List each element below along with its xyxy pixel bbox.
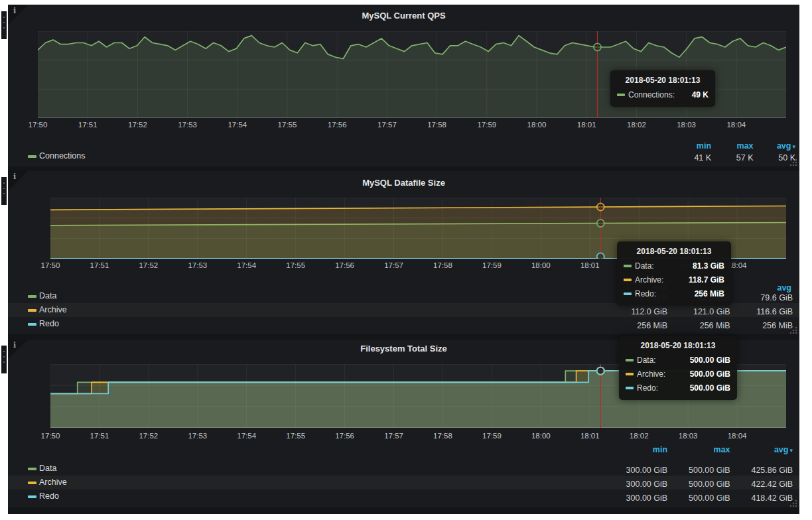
x-tick-label: 17:57 (377, 121, 397, 129)
tooltip-row: Redo: 500.00 GiB (626, 381, 730, 395)
legend-swatch (28, 495, 36, 498)
tooltip-series-value: 49 K (692, 90, 709, 99)
legend-label-redo[interactable]: Redo (39, 319, 59, 328)
stat-max-value: 57 K (714, 153, 754, 162)
legend-label-redo[interactable]: Redo (39, 491, 59, 501)
legend-label-connections[interactable]: Connections (39, 151, 86, 161)
stat-min-value: 300.00 GiB (608, 480, 667, 489)
tooltip-timestamp: 2018-05-20 18:01:13 (624, 247, 724, 256)
legend-label-archive[interactable]: Archive (39, 305, 67, 314)
x-tick-label: 17:50 (29, 121, 48, 129)
x-tick-label: 17:51 (90, 261, 109, 269)
legend-row: Connections 41 K 57 K 50 K (8, 150, 799, 163)
x-tick-label: 17:57 (384, 261, 403, 269)
resize-handle[interactable] (789, 157, 797, 165)
x-tick-label: 17:50 (41, 432, 60, 440)
x-tick-label: 17:55 (286, 261, 305, 269)
x-tick-label: 17:51 (90, 432, 109, 440)
panel-title[interactable]: MySQL Datafile Size (8, 178, 799, 188)
tooltip-row: Archive: 118.7 GiB (624, 273, 724, 287)
x-tick-label: 18:00 (531, 432, 551, 440)
x-tick-label: 18:02 (630, 432, 649, 440)
stat-max-value: 500.00 GiB (671, 480, 730, 489)
legend-swatch (624, 292, 632, 295)
drag-dots-icon (3, 17, 5, 18)
x-tick-label: 17:53 (188, 432, 207, 440)
tooltip-series-value: 500.00 GiB (690, 369, 730, 379)
x-tick-label: 17:55 (286, 432, 305, 440)
x-tick-label: 17:58 (433, 261, 452, 269)
legend-swatch (624, 279, 632, 281)
row-drag-handle[interactable] (1, 11, 7, 39)
x-tick-label: 17:56 (328, 121, 347, 129)
row-drag-handle[interactable] (1, 346, 7, 373)
stat-avg-value: 418.42 GiB (733, 493, 793, 503)
legend-swatch (28, 482, 36, 484)
x-tick-label: 18:00 (527, 121, 547, 129)
x-tick-label: 18:03 (677, 121, 696, 129)
tooltip-row: Archive: 500.00 GiB (626, 367, 730, 381)
tooltip-series-label: Data: (635, 261, 654, 271)
stat-avg-value: 256 MiB (733, 321, 793, 330)
legend-swatch (626, 373, 634, 375)
legend-label-data[interactable]: Data (39, 291, 56, 300)
x-tick-label: 17:58 (427, 121, 446, 129)
legend-row: Redo 300.00 GiB 500.00 GiB 418.42 GiB (8, 489, 799, 503)
stat-header-max[interactable]: max (671, 445, 730, 454)
stat-min-value: 300.00 GiB (608, 466, 667, 475)
x-tick-label: 17:54 (237, 261, 256, 269)
tooltip-series-value: 118.7 GiB (689, 275, 724, 285)
stat-max-value: 500.00 GiB (671, 466, 730, 475)
x-axis-labels: 17:5017:5117:5217:5317:5417:5517:5617:57… (38, 121, 786, 130)
x-tick-label: 17:56 (335, 432, 354, 440)
stat-max-value: 500.00 GiB (671, 493, 730, 503)
tooltip-series-label: Redo: (635, 289, 656, 298)
legend-label-data[interactable]: Data (39, 464, 56, 473)
resize-handle[interactable] (789, 325, 797, 333)
tooltip-row: Data: 500.00 GiB (626, 353, 730, 367)
chevron-down-icon: ▾ (792, 143, 795, 150)
stat-header-min[interactable]: min (672, 141, 711, 151)
tooltip-series-value: 500.00 GiB (690, 383, 730, 393)
chevron-down-icon: ▾ (789, 447, 793, 454)
tooltip-timestamp: 2018-05-20 18:01:13 (626, 341, 730, 350)
x-tick-label: 17:50 (41, 261, 60, 269)
x-tick-label: 18:01 (580, 432, 600, 440)
x-tick-label: 18:00 (531, 261, 551, 269)
stat-max-value: 256 MiB (671, 321, 730, 330)
stat-avg-value: 425.86 GiB (733, 466, 793, 475)
x-tick-label: 17:55 (278, 121, 297, 129)
legend-label-archive[interactable]: Archive (39, 478, 67, 487)
tooltip-row: Connections: 49 K (617, 88, 709, 101)
x-tick-label: 17:53 (178, 121, 197, 129)
tooltip-series-label: Archive: (635, 275, 663, 285)
legend-swatch (626, 387, 634, 389)
x-tick-label: 17:59 (477, 121, 496, 129)
tooltip-series-value: 256 MiB (695, 289, 724, 298)
stat-avg-value: 422.42 GiB (733, 480, 793, 489)
dashboard: i MySQL Current QPS 60 K40 K20 K0 17:501… (1, 5, 799, 514)
stat-min-value: 300.00 GiB (608, 493, 667, 503)
legend-swatch (28, 295, 36, 298)
stat-min-value: 256 MiB (608, 321, 667, 330)
x-tick-label: 17:59 (482, 432, 502, 440)
resize-handle[interactable] (789, 498, 797, 506)
drag-dots-icon (3, 351, 5, 352)
legend-row: Data 300.00 GiB 500.00 GiB 425.86 GiB (8, 462, 799, 476)
panel-title[interactable]: MySQL Current QPS (8, 11, 799, 21)
x-tick-label: 17:53 (188, 261, 207, 269)
x-tick-label: 17:58 (433, 432, 452, 440)
stat-header-min[interactable]: min (608, 445, 667, 454)
row-drag-handle[interactable] (1, 177, 7, 205)
tooltip-series-label: Data: (637, 356, 656, 365)
stat-header-avg[interactable]: avg▾ (756, 141, 795, 151)
x-tick-label: 17:51 (78, 121, 98, 129)
stat-min-value: 41 K (672, 153, 711, 162)
stat-header-avg[interactable]: avg▾ (733, 445, 793, 454)
legend-swatch (626, 359, 634, 361)
legend-swatch (28, 155, 36, 158)
x-tick-label: 17:52 (139, 432, 158, 440)
x-tick-label: 17:54 (228, 121, 247, 129)
tooltip-filesystem: 2018-05-20 18:01:13 Data: 500.00 GiB Arc… (619, 336, 737, 400)
stat-header-max[interactable]: max (714, 141, 754, 151)
